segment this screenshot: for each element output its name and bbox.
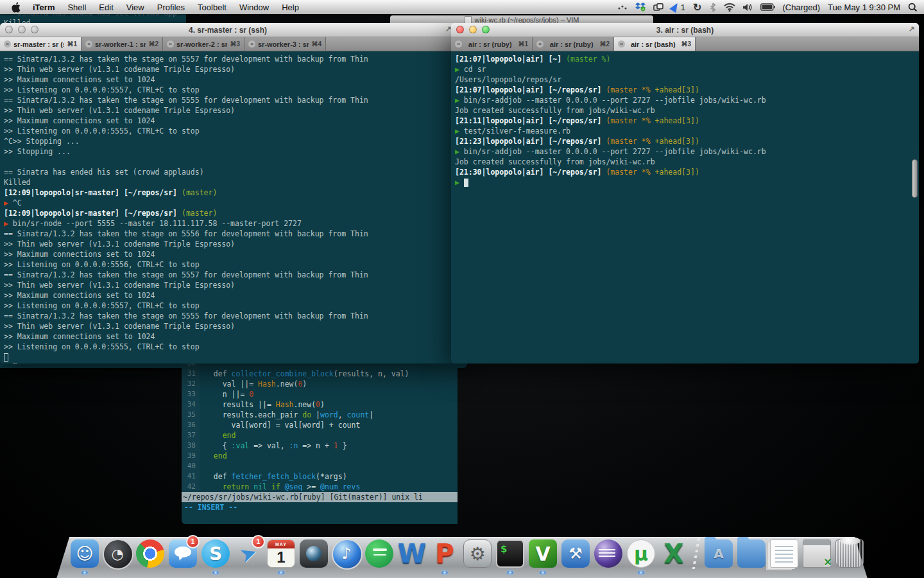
text-segment: val ||= <box>205 380 258 389</box>
terminal-pane-air[interactable]: [21:07|lopopolo|air] [~] (master %)▶ cd … <box>451 51 919 363</box>
titlebar-air[interactable]: 3. air : sr (bash) ↗ <box>451 23 919 37</box>
tab-bar-right[interactable]: ×air : sr (ruby)⌘1×air : sr (ruby)⌘2×air… <box>451 37 919 51</box>
menu-window[interactable]: Window <box>233 3 275 12</box>
input-source-icon[interactable]: 1 <box>671 3 685 12</box>
text-segment: cd sr <box>464 65 486 74</box>
tab-close-icon[interactable]: × <box>248 40 255 48</box>
documents-stack-dock-icon[interactable] <box>769 538 800 570</box>
titlebar-sr-master[interactable]: 4. sr-master : sr (ssh) ↗ <box>0 23 456 37</box>
spotify-dock-icon[interactable] <box>364 538 395 570</box>
minimize-button[interactable] <box>469 26 477 33</box>
text-segment: >> Maximum connections set to 1024 <box>4 75 155 84</box>
close-button[interactable] <box>5 26 13 33</box>
eclipse-dock-icon[interactable] <box>593 538 624 570</box>
window-title: 3. air : sr (bash) <box>656 26 714 35</box>
window-manager-icon[interactable] <box>653 3 663 12</box>
menu-edit[interactable]: Edit <box>92 3 119 12</box>
tab-close-icon[interactable]: × <box>618 40 625 48</box>
tab-air-sr-ruby-[interactable]: ×air : sr (ruby)⌘2 <box>533 37 614 51</box>
wifi-icon[interactable] <box>724 3 735 12</box>
sparrow-dock-icon[interactable]: ➤1 <box>233 538 264 570</box>
text-segment: [21:11|lopopolo|air] [~/repos/sr] <box>455 116 606 125</box>
code-text: val[word] = val[word] + count <box>200 420 360 430</box>
trash-full-dock-icon[interactable] <box>834 538 865 570</box>
menu-help[interactable]: Help <box>275 3 305 12</box>
separator-icon <box>692 538 700 569</box>
dock[interactable]: ☺◔1S➤1MAY1♪WP⚙$V⚒µXA <box>69 538 865 570</box>
menu-extra-dots-icon[interactable] <box>617 3 628 11</box>
photo-booth-dock-icon[interactable] <box>298 538 329 570</box>
ical-dock-icon[interactable]: MAY1 <box>266 538 296 570</box>
excel-glyph: X <box>660 539 688 568</box>
chrome-dock-icon[interactable] <box>135 538 166 570</box>
volume-icon[interactable] <box>743 3 753 12</box>
battery-icon[interactable] <box>760 3 775 11</box>
excel-dock-icon[interactable]: X <box>658 538 689 570</box>
messages-dock-icon[interactable]: 1 <box>167 538 198 570</box>
menu-profiles[interactable]: Profiles <box>151 3 191 12</box>
system-preferences-glyph: ⚙ <box>463 539 492 568</box>
skype-dock-icon[interactable]: S <box>200 538 231 570</box>
text-segment: , <box>338 410 347 419</box>
bluetooth-icon[interactable] <box>710 3 716 12</box>
menu-toolbelt[interactable]: Toolbelt <box>191 3 233 12</box>
terminal-line: >> Listening on 0.0.0.0:5557, CTRL+C to … <box>4 301 456 311</box>
text-segment: +ahead[3]) <box>655 116 699 125</box>
zoom-button[interactable] <box>31 26 38 33</box>
battery-status-label[interactable]: (Charged) <box>783 3 821 12</box>
menu-clock[interactable]: Tue May 1 9:30 PM <box>828 3 900 12</box>
text-segment: } <box>338 441 347 450</box>
minimize-button[interactable] <box>18 26 26 33</box>
documents-folder-dock-icon[interactable] <box>736 538 767 570</box>
text-segment: ^C>> Stopping ... <box>4 137 80 146</box>
itunes-dock-icon[interactable]: ♪ <box>331 538 362 570</box>
tab-close-icon[interactable]: × <box>536 40 543 48</box>
text-segment: bin/sr-addjob --master 0.0.0.0 --port 27… <box>464 147 766 156</box>
vim-code-line: 35 results.each_pair do |word, count| <box>182 410 458 420</box>
menu-shell[interactable]: Shell <box>61 3 92 12</box>
tab-air-sr-ruby-[interactable]: ×air : sr (ruby)⌘1 <box>451 37 533 51</box>
tab-close-icon[interactable]: × <box>85 40 92 48</box>
tab-close-icon[interactable]: × <box>4 40 11 48</box>
text-segment: [21:30|lopopolo|air] [~/repos/sr] <box>455 168 606 177</box>
utorrent-dock-icon[interactable]: µ <box>626 538 656 570</box>
applications-folder-dock-icon[interactable]: A <box>703 538 734 570</box>
vim-code-line: 33 n ||= 0 <box>182 389 458 399</box>
tab-sr-worker-1-sr-[interactable]: ×sr-worker-1 : sr (...⌘2 <box>81 37 163 51</box>
terminal-line: ▶ cd sr <box>455 64 919 74</box>
sync-icon[interactable]: ↻ <box>693 1 701 13</box>
menu-view[interactable]: View <box>120 3 151 12</box>
tab-close-icon[interactable]: × <box>455 40 462 48</box>
tab-sr-worker-2-sr-[interactable]: ×sr-worker-2 : sr (...⌘3 <box>163 37 244 51</box>
vim-code-line: 36 val[word] = val[word] + count <box>182 420 458 430</box>
vim-code-area[interactable]: 3031 def collector_combine_block(results… <box>182 349 458 492</box>
text-segment: >= <box>302 482 320 491</box>
vim-window[interactable]: 3031 def collector_combine_block(results… <box>182 349 458 524</box>
tab-sr-worker-3-sr-[interactable]: ×sr-worker-3 : sr (...⌘4 <box>244 37 326 51</box>
resize-icon[interactable]: ↗ <box>909 24 915 33</box>
tab-sr-master-sr-ssh-[interactable]: ×sr-master : sr (ssh)⌘1 <box>0 37 81 51</box>
terminal-dock-icon[interactable]: $ <box>495 538 526 570</box>
zoom-button[interactable] <box>482 26 490 33</box>
word-dock-icon[interactable]: W <box>397 538 427 570</box>
dropbox-icon[interactable] <box>635 3 646 12</box>
iterm-window-air[interactable]: 3. air : sr (bash) ↗ ×air : sr (ruby)⌘1×… <box>451 23 919 360</box>
tab-bar-left[interactable]: ×sr-master : sr (ssh)⌘1×sr-worker-1 : sr… <box>0 37 456 51</box>
xcode-dock-icon[interactable]: ⚒ <box>560 538 591 570</box>
scrollbar-thumb[interactable] <box>912 159 918 198</box>
line-number: 42 <box>182 482 200 492</box>
dashboard-dock-icon[interactable]: ◔ <box>102 538 133 570</box>
spotlight-icon[interactable] <box>908 3 918 12</box>
menu-iterm[interactable]: iTerm <box>26 3 61 12</box>
macvim-dock-icon[interactable]: V <box>527 538 558 570</box>
finder-dock-icon[interactable]: ☺ <box>69 538 100 570</box>
tab-air-sr-bash-[interactable]: ×air : sr (bash)⌘3 <box>614 37 696 51</box>
tab-close-icon[interactable]: × <box>167 40 174 48</box>
close-button[interactable] <box>456 26 464 33</box>
system-preferences-dock-icon[interactable]: ⚙ <box>462 538 493 570</box>
iterm-window-sr-master[interactable]: 4. sr-master : sr (ssh) ↗ ×sr-master : s… <box>0 23 456 360</box>
terminal-pane-sr-master[interactable]: == Sinatra/1.3.2 has taken the stage on … <box>0 51 456 363</box>
apple-menu[interactable] <box>6 2 26 13</box>
screenshots-stack-dock-icon[interactable] <box>801 538 832 570</box>
powerpoint-dock-icon[interactable]: P <box>429 538 460 570</box>
